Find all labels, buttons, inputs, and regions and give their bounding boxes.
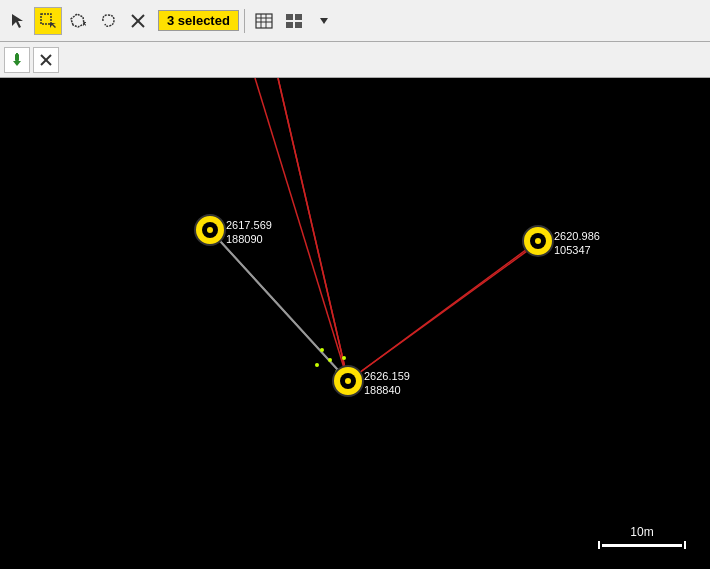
node-bottom-inner — [340, 373, 356, 389]
svg-marker-0 — [12, 14, 23, 28]
svg-rect-1 — [41, 14, 51, 24]
node-right-label: 2620.986 105347 — [554, 229, 600, 258]
node-right[interactable] — [522, 225, 554, 257]
scatter-dot-2 — [328, 358, 332, 362]
scatter-dot-5 — [342, 356, 346, 360]
svg-rect-13 — [295, 14, 302, 20]
svg-marker-4 — [83, 22, 86, 26]
node-left[interactable] — [194, 214, 226, 246]
scatter-dot-1 — [320, 348, 324, 352]
select-polygon-tool[interactable] — [64, 7, 92, 35]
node-left-label: 2617.569 188090 — [226, 218, 272, 247]
node-bottom-dot — [345, 378, 351, 384]
close-pin-button[interactable] — [33, 47, 59, 73]
scale-tick-left — [598, 541, 600, 549]
selected-count-badge: 3 selected — [158, 10, 239, 31]
map-lines-svg — [0, 78, 710, 569]
toolbar-top: 3 selected — [0, 0, 710, 42]
node-right-dot — [535, 238, 541, 244]
svg-line-27 — [348, 238, 545, 381]
pin-button[interactable] — [4, 47, 30, 73]
select-arrow-tool[interactable] — [4, 7, 32, 35]
select-lasso-tool[interactable] — [94, 7, 122, 35]
dropdown-button[interactable] — [310, 7, 338, 35]
svg-marker-16 — [320, 18, 328, 24]
node-right-outer — [522, 225, 554, 257]
node-bottom-label: 2626.159 188840 — [364, 369, 410, 398]
deselect-tool[interactable] — [124, 7, 152, 35]
select-rect-tool[interactable] — [34, 7, 62, 35]
map-area[interactable]: 2617.569 188090 2620.986 105347 2626.159… — [0, 78, 710, 569]
svg-rect-14 — [286, 22, 293, 28]
scale-label: 10m — [630, 525, 653, 539]
scale-bar: 10m — [590, 521, 694, 553]
svg-rect-12 — [286, 14, 293, 20]
svg-marker-3 — [71, 14, 84, 27]
grid-view-button[interactable] — [280, 7, 308, 35]
svg-marker-18 — [13, 61, 21, 66]
svg-marker-2 — [50, 23, 56, 28]
scatter-dot-3 — [315, 363, 319, 367]
node-left-dot — [207, 227, 213, 233]
svg-rect-7 — [256, 14, 272, 28]
toolbar-second — [0, 42, 710, 78]
svg-line-25 — [278, 78, 348, 381]
node-left-outer — [194, 214, 226, 246]
svg-rect-15 — [295, 22, 302, 28]
svg-rect-17 — [15, 54, 19, 61]
node-bottom[interactable] — [332, 365, 364, 397]
node-right-inner — [530, 233, 546, 249]
scale-rule — [602, 544, 682, 547]
scale-line — [598, 541, 686, 549]
scale-tick-right — [684, 541, 686, 549]
node-left-inner — [202, 222, 218, 238]
attribute-table-button[interactable] — [250, 7, 278, 35]
node-bottom-outer — [332, 365, 364, 397]
separator-1 — [244, 9, 245, 33]
